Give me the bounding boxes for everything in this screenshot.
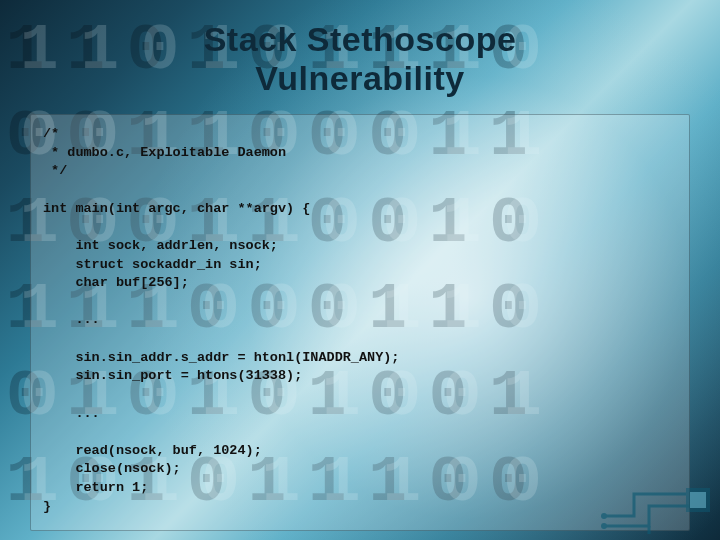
code-box: /* * dumbo.c, Exploitable Daemon */ int …	[30, 114, 690, 531]
slide-title: Stack Stethoscope Vulnerability	[204, 20, 517, 98]
title-line-2: Vulnerability	[255, 59, 464, 97]
svg-point-2	[601, 523, 607, 529]
svg-rect-1	[690, 492, 706, 508]
title-line-1: Stack Stethoscope	[204, 20, 517, 58]
slide-content: Stack Stethoscope Vulnerability /* * dum…	[0, 0, 720, 540]
code-listing: /* * dumbo.c, Exploitable Daemon */ int …	[43, 125, 677, 516]
decorative-circuit-icon	[594, 476, 714, 536]
svg-point-3	[601, 513, 607, 519]
